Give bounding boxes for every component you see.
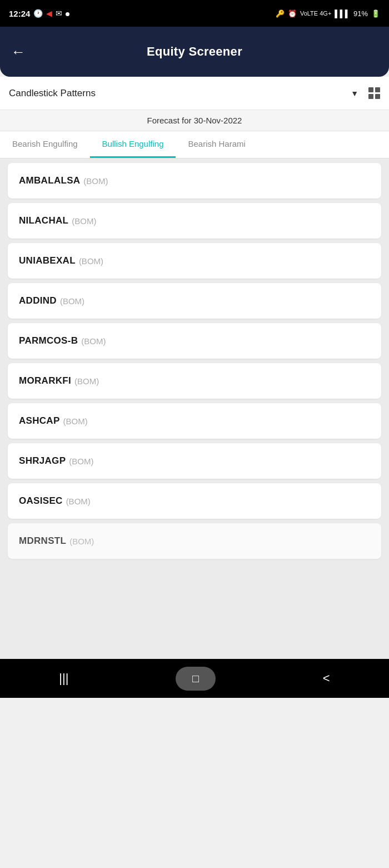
list-item[interactable]: ASHCAP (BOM)	[8, 403, 381, 439]
grid-cell-1	[368, 87, 373, 92]
grid-cell-4	[375, 94, 380, 99]
stock-list: AMBALALSA (BOM) NILACHAL (BOM) UNIABEXAL…	[0, 158, 389, 659]
stock-name: AMBALALSA	[19, 175, 80, 186]
dot-icon	[66, 9, 69, 18]
toolbar: ← Equity Screener	[0, 27, 389, 77]
list-item[interactable]: SHRJAGP (BOM)	[8, 443, 381, 479]
grid-cell-3	[368, 94, 373, 99]
stock-exchange: (BOM)	[79, 256, 103, 266]
home-button[interactable]: □	[176, 667, 216, 691]
arrow-icon: ◀	[46, 9, 52, 18]
status-left: 12:24 🕐 ◀ ✉	[9, 9, 69, 18]
list-item[interactable]: OASISEC (BOM)	[8, 483, 381, 519]
battery-label: 91%	[353, 9, 368, 18]
email-icon: ✉	[56, 9, 62, 18]
clock-icon: 🕐	[33, 9, 43, 18]
stock-exchange: (BOM)	[63, 416, 88, 426]
back-button[interactable]: ←	[11, 43, 26, 61]
list-item[interactable]: MDRNSTL (BOM)	[8, 523, 381, 559]
stock-name: SHRJAGP	[19, 455, 66, 467]
back-nav-button[interactable]: <	[312, 666, 341, 691]
list-item[interactable]: PARMCOS-B (BOM)	[8, 323, 381, 359]
tab-bearish-engulfing[interactable]: Bearish Engulfing	[0, 131, 90, 158]
list-item[interactable]: UNIABEXAL (BOM)	[8, 243, 381, 279]
signal-icon: ▌▌▌	[335, 9, 350, 18]
stock-exchange: (BOM)	[83, 176, 108, 186]
stock-name: NILACHAL	[19, 215, 68, 226]
stock-name: MORARKFI	[19, 375, 71, 386]
forecast-bar: Forecast for 30-Nov-2022	[0, 110, 389, 131]
stock-name: PARMCOS-B	[19, 335, 78, 346]
stock-exchange: (BOM)	[72, 216, 96, 226]
grid-view-icon[interactable]	[368, 87, 380, 99]
filter-controls: ▼	[351, 87, 380, 99]
status-right: 🔑 ⏰ VoLTE 4G+ ▌▌▌ 91% 🔋	[276, 9, 380, 18]
list-item[interactable]: AMBALALSA (BOM)	[8, 163, 381, 199]
tab-bullish-engulfing[interactable]: Bullish Engulfing	[90, 131, 176, 158]
menu-button[interactable]: |||	[48, 666, 79, 691]
filter-label: Candlestick Patterns	[9, 88, 96, 99]
stock-name: ASHCAP	[19, 415, 60, 426]
stock-name: UNIABEXAL	[19, 255, 76, 266]
stock-exchange: (BOM)	[69, 537, 94, 546]
stock-exchange: (BOM)	[81, 336, 106, 346]
stock-exchange: (BOM)	[66, 497, 91, 506]
tab-bearish-harami[interactable]: Bearish Harami	[176, 131, 257, 158]
tab-bar: Bearish Engulfing Bullish Engulfing Bear…	[0, 131, 389, 158]
battery-icon: 🔋	[371, 9, 380, 18]
alarm-icon: ⏰	[288, 9, 297, 18]
stock-name: ADDIND	[19, 295, 57, 306]
stock-exchange: (BOM)	[74, 376, 99, 386]
filter-row: Candlestick Patterns ▼	[0, 77, 389, 110]
dropdown-arrow[interactable]: ▼	[351, 89, 358, 98]
stock-name: OASISEC	[19, 495, 63, 507]
stock-name: MDRNSTL	[19, 535, 66, 547]
list-item[interactable]: ADDIND (BOM)	[8, 283, 381, 319]
stock-exchange: (BOM)	[69, 457, 93, 466]
bottom-nav: ||| □ <	[0, 659, 389, 698]
page-title: Equity Screener	[147, 44, 242, 59]
key-icon: 🔑	[276, 9, 285, 18]
stock-exchange: (BOM)	[60, 296, 84, 306]
list-item[interactable]: MORARKFI (BOM)	[8, 363, 381, 399]
grid-cell-2	[375, 87, 380, 92]
list-item[interactable]: NILACHAL (BOM)	[8, 203, 381, 239]
forecast-text: Forecast for 30-Nov-2022	[147, 116, 242, 125]
network-label: VoLTE 4G+	[300, 10, 331, 17]
status-bar: 12:24 🕐 ◀ ✉ 🔑 ⏰ VoLTE 4G+ ▌▌▌ 91% 🔋	[0, 0, 389, 27]
status-time: 12:24	[9, 9, 30, 18]
